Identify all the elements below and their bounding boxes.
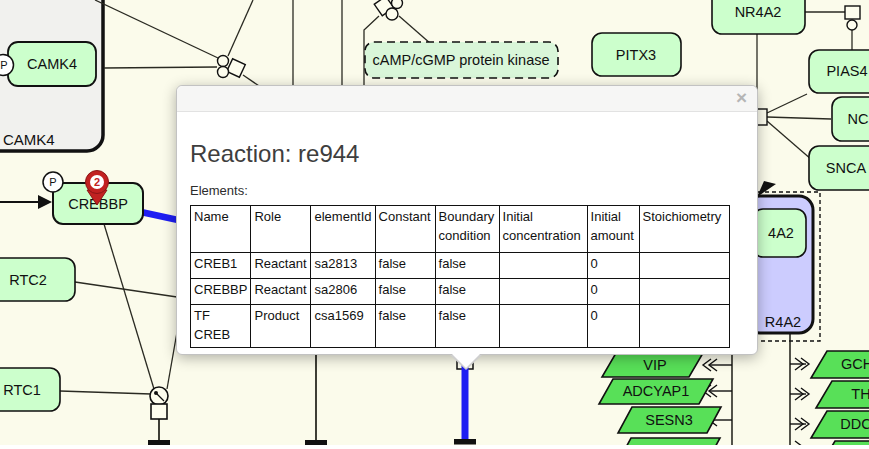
cell: TF CREB bbox=[191, 305, 251, 348]
cell: false bbox=[375, 279, 435, 305]
cell bbox=[499, 305, 587, 348]
node-rtc1[interactable]: RTC1 bbox=[0, 368, 60, 411]
cell: sa2806 bbox=[311, 279, 375, 305]
cell: Reactant bbox=[251, 253, 311, 279]
reaction-popup: × Reaction: re944 Elements: Name Role el… bbox=[176, 85, 758, 355]
cell bbox=[639, 253, 729, 279]
node-nr4a2-label: NR4A2 bbox=[735, 4, 782, 20]
phospho-label: P bbox=[0, 59, 7, 71]
col-header: Constant bbox=[375, 206, 435, 253]
cell: false bbox=[435, 305, 499, 348]
gene-th-label: TH bbox=[851, 386, 869, 402]
cell: false bbox=[375, 253, 435, 279]
node-camk4[interactable]: CAMK4 P bbox=[0, 42, 96, 86]
reaction-node-nr4a2-pias4[interactable] bbox=[845, 6, 860, 30]
gene-adcyap1[interactable]: ADCYAP1 bbox=[599, 379, 713, 404]
reaction-node-association[interactable] bbox=[218, 56, 246, 78]
node-camp-cgmp-kinase-label: cAMP/cGMP protein kinase bbox=[372, 52, 549, 68]
node-nr4a2[interactable]: NR4A2 bbox=[712, 0, 805, 34]
node-pias4-label: PIAS4 bbox=[826, 63, 867, 79]
gene-ddc-label: DDC bbox=[840, 416, 869, 432]
elements-table: Name Role elementId Constant Boundary co… bbox=[190, 205, 730, 348]
gene-gch-label: GCH bbox=[841, 356, 869, 372]
cell: 0 bbox=[587, 305, 639, 348]
close-icon[interactable]: × bbox=[736, 87, 747, 109]
gene-adcyap1-label: ADCYAP1 bbox=[623, 383, 690, 399]
cell bbox=[639, 279, 729, 305]
gene-vip-label: VIP bbox=[643, 357, 666, 373]
gene-vip[interactable]: VIP bbox=[602, 353, 703, 377]
cell: 0 bbox=[587, 279, 639, 305]
gene-arrows-left bbox=[703, 359, 732, 449]
cell: 0 bbox=[587, 253, 639, 279]
col-header: Role bbox=[251, 206, 311, 253]
node-snca-label: SNCA bbox=[826, 160, 867, 176]
node-camk4-label: CAMK4 bbox=[27, 56, 77, 72]
node-camp-cgmp-kinase[interactable]: cAMP/cGMP protein kinase bbox=[365, 42, 558, 78]
table-row: CREB1 Reactant sa2813 false false 0 bbox=[191, 253, 730, 279]
reaction-node-heterodimer[interactable] bbox=[150, 387, 168, 419]
col-header: elementId bbox=[311, 206, 375, 253]
node-rtc2[interactable]: RTC2 bbox=[0, 258, 75, 301]
node-rtc1-label: RTC1 bbox=[3, 382, 41, 398]
table-row: CREBBP Reactant sa2806 false false 0 bbox=[191, 279, 730, 305]
gene-gch[interactable]: GCH bbox=[811, 351, 869, 378]
elements-label: Elements: bbox=[190, 183, 744, 198]
node-snca[interactable]: SNCA bbox=[809, 146, 869, 190]
cell bbox=[499, 279, 587, 305]
table-row: TF CREB Product csa1569 false false 0 bbox=[191, 305, 730, 348]
node-pitx3-label: PITX3 bbox=[616, 47, 656, 63]
col-header: Initial concentration bbox=[499, 206, 587, 253]
col-header: Stoichiometry bbox=[639, 206, 729, 253]
col-header: Initial amount bbox=[587, 206, 639, 253]
cell: csa1569 bbox=[311, 305, 375, 348]
cell: false bbox=[375, 305, 435, 348]
popup-title: Reaction: re944 bbox=[190, 140, 744, 168]
popup-tail-fill bbox=[452, 354, 480, 368]
gene-ddc[interactable]: DDC bbox=[811, 411, 869, 438]
arrow-into-crebbp bbox=[0, 195, 52, 209]
complex-label: R4A2 bbox=[765, 314, 801, 330]
node-nc-label: NC bbox=[848, 111, 869, 127]
node-pias4[interactable]: PIAS4 bbox=[809, 50, 869, 93]
node-pitx3[interactable]: PITX3 bbox=[592, 33, 681, 76]
highlighted-edge-crebbp[interactable] bbox=[141, 212, 178, 220]
table-header-row: Name Role elementId Constant Boundary co… bbox=[191, 206, 730, 253]
cell: false bbox=[435, 279, 499, 305]
complex-member-label: 4A2 bbox=[768, 225, 794, 241]
cell: Reactant bbox=[251, 279, 311, 305]
cell: false bbox=[435, 253, 499, 279]
gene-sesn3[interactable]: SESN3 bbox=[618, 407, 721, 433]
gene-sesn3-label: SESN3 bbox=[645, 412, 693, 428]
phospho-label: P bbox=[49, 176, 56, 188]
cell: sa2813 bbox=[311, 253, 375, 279]
pathway-viewer: CAMK4 bbox=[0, 0, 869, 449]
cell: CREB1 bbox=[191, 253, 251, 279]
node-nc[interactable]: NC bbox=[832, 97, 869, 141]
cell: CREBBP bbox=[191, 279, 251, 305]
node-rtc2-label: RTC2 bbox=[9, 272, 47, 288]
cell bbox=[639, 305, 729, 348]
col-header: Name bbox=[191, 206, 251, 253]
marker-count: 2 bbox=[94, 176, 100, 188]
canvas-bottom-edge bbox=[0, 445, 869, 449]
cell: Product bbox=[251, 305, 311, 348]
compartment-label: CAMK4 bbox=[3, 131, 55, 148]
col-header: Boundary condition bbox=[435, 206, 499, 253]
gene-th[interactable]: TH bbox=[816, 381, 869, 408]
popup-header: × bbox=[177, 86, 757, 112]
t-bar-end bbox=[454, 439, 476, 445]
gene-arrows-right bbox=[790, 358, 809, 449]
cell bbox=[499, 253, 587, 279]
